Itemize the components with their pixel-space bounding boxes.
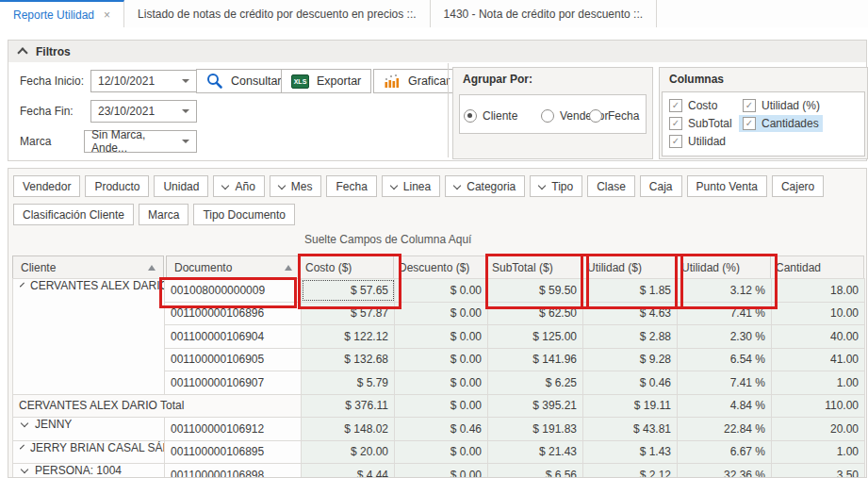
cell-utilidad[interactable]: $ 2.88 xyxy=(583,325,678,349)
filters-panel-header[interactable]: Filtros xyxy=(8,41,866,62)
cell-descuento[interactable]: $ 0.00 xyxy=(395,371,488,395)
cell-descuento[interactable]: $ 0.00 xyxy=(395,394,488,418)
cell-costo[interactable]: $ 148.02 xyxy=(302,418,395,441)
cell-descuento[interactable]: $ 0.00 xyxy=(395,302,488,325)
field-chip-producto[interactable]: Producto xyxy=(85,175,149,197)
marca-select[interactable]: Sin Marca, Ande... xyxy=(84,130,197,153)
cell-cantidad[interactable]: 18.00 xyxy=(772,279,865,303)
cell-cantidad[interactable]: 3.50 xyxy=(772,464,865,478)
cell-subtotal[interactable]: $ 62.50 xyxy=(488,302,583,325)
checkbox-subtotal[interactable]: ✓SubTotal xyxy=(669,117,732,130)
cell-cantidad[interactable]: 41.00 xyxy=(772,348,865,371)
cell-utilidad-pct[interactable]: 6.54 % xyxy=(678,348,772,371)
column-header-cliente[interactable]: Cliente xyxy=(12,255,164,279)
field-chip-marca[interactable]: Marca xyxy=(139,204,188,225)
tab-nota-credito-1430[interactable]: 1430 - Nota de crédito por descuento ::. xyxy=(431,0,657,27)
cell-documento[interactable]: 001100000106912 xyxy=(165,418,302,441)
cell-utilidad[interactable]: $ 19.11 xyxy=(583,394,678,418)
group-cell-cliente[interactable]: JENNY xyxy=(13,418,165,441)
cell-utilidad-pct[interactable]: 2.30 % xyxy=(678,325,772,349)
checkbox-costo[interactable]: ✓Costo xyxy=(669,99,717,112)
cell-subtotal[interactable]: $ 6.56 xyxy=(488,464,583,478)
field-chip-clase[interactable]: Clase xyxy=(587,175,635,197)
radio-fecha[interactable]: Fecha xyxy=(589,109,639,123)
field-chip-mes[interactable]: Mes xyxy=(270,175,322,197)
cell-utilidad-pct[interactable]: 6.67 % xyxy=(678,440,772,464)
cell-documento[interactable]: 001008000000009 xyxy=(165,279,302,303)
cell-costo[interactable]: $ 57.87 xyxy=(302,302,395,325)
tab-reporte-utilidad[interactable]: Reporte Utilidad × xyxy=(0,0,124,27)
fecha-fin-input[interactable]: 23/10/2021 xyxy=(90,100,197,123)
cell-cantidad[interactable]: 20.00 xyxy=(772,418,865,441)
cell-utilidad-pct[interactable]: 32.36 % xyxy=(678,464,772,478)
cell-utilidad[interactable]: $ 2.12 xyxy=(583,464,678,478)
group-cell-cliente[interactable]: CERVANTES ALEX DARIO xyxy=(13,279,165,395)
cell-cantidad[interactable]: 1.00 xyxy=(772,371,865,395)
field-chip-punto-venta[interactable]: Punto Venta xyxy=(687,175,767,197)
cell-cantidad[interactable]: 110.00 xyxy=(772,394,865,418)
checkbox-cantidades[interactable]: ✓Cantidades xyxy=(739,115,823,132)
cell-documento[interactable]: 001100000106904 xyxy=(165,325,302,349)
column-header-subtotal[interactable]: SubTotal ($) xyxy=(487,256,582,279)
cell-utilidad[interactable]: $ 0.46 xyxy=(583,371,678,395)
cell-descuento[interactable]: $ 0.00 xyxy=(395,440,488,464)
cell-documento[interactable]: 001100000106896 xyxy=(165,302,302,325)
cell-costo[interactable]: $ 376.11 xyxy=(302,394,395,418)
cell-descuento[interactable]: $ 0.00 xyxy=(395,279,488,303)
field-chip-unidad[interactable]: Unidad xyxy=(154,175,208,197)
column-header-utilidad[interactable]: Utilidad ($) xyxy=(582,256,677,279)
field-chip-fecha[interactable]: Fecha xyxy=(326,175,376,197)
cell-utilidad-pct[interactable]: 22.84 % xyxy=(678,418,772,441)
consultar-button[interactable]: Consultar xyxy=(196,69,292,93)
cell-subtotal[interactable]: $ 6.25 xyxy=(488,371,583,395)
column-header-descuento[interactable]: Descuento ($) xyxy=(394,256,487,279)
cell-cantidad[interactable]: 40.00 xyxy=(772,325,865,349)
cell-utilidad-pct[interactable]: 7.41 % xyxy=(678,371,772,395)
field-chip-a-o[interactable]: Año xyxy=(213,175,264,197)
chevron-down-icon[interactable] xyxy=(20,283,25,288)
cell-utilidad[interactable]: $ 9.28 xyxy=(583,348,678,371)
cell-cantidad[interactable]: 1.00 xyxy=(772,440,865,464)
cell-costo[interactable]: $ 122.12 xyxy=(302,325,395,349)
column-header-cantidad[interactable]: Cantidad xyxy=(771,256,864,279)
radio-cliente[interactable]: Cliente xyxy=(464,109,517,123)
cell-documento[interactable]: 001100000106898 xyxy=(165,464,302,478)
cell-cantidad[interactable]: 10.00 xyxy=(772,302,865,325)
chevron-down-icon[interactable] xyxy=(20,444,25,449)
cell-subtotal[interactable]: $ 59.50 xyxy=(488,279,583,303)
column-header-costo[interactable]: Costo ($) xyxy=(301,256,394,279)
group-cell-cliente[interactable]: PERSONA: 1004 xyxy=(13,464,165,478)
cell-descuento[interactable]: $ 0.00 xyxy=(395,464,488,478)
cell-descuento[interactable]: $ 0.00 xyxy=(395,348,488,371)
field-chip-tipo-documento[interactable]: Tipo Documento xyxy=(193,204,295,225)
column-header-documento[interactable]: Documento xyxy=(166,255,301,279)
cell-documento[interactable]: 001100000106895 xyxy=(165,440,302,464)
chevron-down-icon[interactable] xyxy=(21,466,28,473)
cell-costo[interactable]: $ 4.44 xyxy=(302,464,395,478)
cell-utilidad-pct[interactable]: 7.41 % xyxy=(678,302,772,325)
tab-listado-notas-credito[interactable]: Listado de notas de crédito por descuent… xyxy=(124,0,431,27)
cell-utilidad[interactable]: $ 1.43 xyxy=(583,440,678,464)
column-header-utilidad-pct[interactable]: Utilidad (%) xyxy=(677,256,771,279)
cell-utilidad-pct[interactable]: 4.84 % xyxy=(678,394,772,418)
checkbox-utilidad[interactable]: ✓Utilidad (%) xyxy=(743,99,820,112)
cell-descuento[interactable]: $ 0.46 xyxy=(395,418,488,441)
chevron-down-icon[interactable] xyxy=(21,420,28,427)
field-chip-caja[interactable]: Caja xyxy=(640,175,682,197)
cell-utilidad[interactable]: $ 1.85 xyxy=(583,279,678,303)
cell-utilidad[interactable]: $ 4.63 xyxy=(583,302,678,325)
field-chip-tipo[interactable]: Tipo xyxy=(530,175,582,197)
field-chip-categoria[interactable]: Categoria xyxy=(445,175,525,197)
cell-documento[interactable]: 001100000106907 xyxy=(165,371,302,395)
cell-documento[interactable]: 001100000106905 xyxy=(165,348,302,371)
cell-costo[interactable]: $ 132.68 xyxy=(302,348,395,371)
field-chip-cajero[interactable]: Cajero xyxy=(772,175,824,197)
cell-subtotal[interactable]: $ 21.43 xyxy=(488,440,583,464)
fecha-inicio-input[interactable]: 12/10/2021 xyxy=(90,70,197,92)
cell-subtotal[interactable]: $ 125.00 xyxy=(488,325,583,349)
exportar-button[interactable]: XLS Exportar xyxy=(281,69,371,93)
field-chip-linea[interactable]: Linea xyxy=(382,175,440,197)
cell-costo[interactable]: $ 20.00 xyxy=(302,440,395,464)
group-cell-cliente[interactable]: JERRY BRIAN CASAL SÁN... xyxy=(13,440,165,464)
cell-costo[interactable]: $ 5.79 xyxy=(302,371,395,395)
